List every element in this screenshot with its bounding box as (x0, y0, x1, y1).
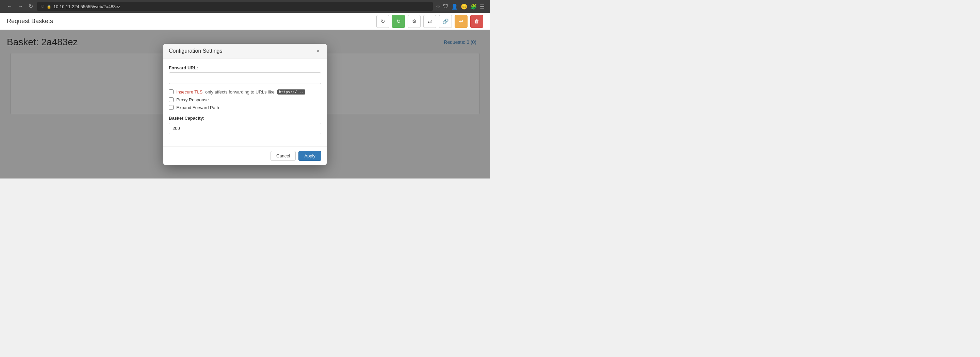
checkbox-group: Insecure TLS only affects forwarding to … (169, 89, 321, 110)
modal-title: Configuration Settings (169, 48, 222, 54)
expand-forward-path-checkbox[interactable] (169, 105, 173, 110)
basket-capacity-group: Basket Capacity: (169, 116, 321, 134)
insecure-tls-checkbox[interactable] (169, 89, 173, 94)
insecure-tls-suffix: only affects forwarding to URLs like (205, 89, 275, 95)
expand-forward-path-row: Expand Forward Path (169, 105, 321, 110)
basket-capacity-input[interactable] (169, 123, 321, 134)
main-content: Basket: 2a483ez Requests: 0 (0) This bas… (0, 30, 490, 179)
modal-footer: Cancel Apply (163, 146, 327, 165)
lock-icon: 🔒 (47, 5, 51, 9)
link-button[interactable]: 🔗 (439, 15, 452, 28)
refresh-green-button[interactable]: ↻ (392, 15, 405, 28)
insecure-tls-link[interactable]: Insecure TLS (176, 89, 202, 95)
shield-action-icon[interactable]: 🛡 (443, 3, 449, 10)
delete-button[interactable]: 🗑 (470, 15, 483, 28)
cancel-button[interactable]: Cancel (270, 151, 296, 161)
app-title: Request Baskets (7, 18, 374, 25)
basket-capacity-label: Basket Capacity: (169, 116, 321, 121)
modal-header: Configuration Settings × (163, 44, 327, 59)
modal-overlay: Configuration Settings × Forward URL: In… (0, 30, 490, 179)
forward-button[interactable]: → (16, 2, 24, 11)
forward-button-toolbar[interactable]: ↩ (455, 15, 468, 28)
app-toolbar: Request Baskets ↻ ↻ ⚙ ⇄ 🔗 ↩ 🗑 (0, 13, 490, 30)
forward-url-label: Forward URL: (169, 65, 321, 70)
expand-forward-path-label: Expand Forward Path (176, 105, 219, 110)
star-icon[interactable]: ☆ (436, 3, 440, 10)
modal-body: Forward URL: Insecure TLS only affects f… (163, 59, 327, 146)
address-bar[interactable]: 🛡 🔒 10.10.11.224:55555/web/2a483ez (37, 2, 433, 11)
proxy-response-label: Proxy Response (176, 97, 208, 102)
avatar-icon[interactable]: 👤 (451, 3, 458, 10)
back-button[interactable]: ← (5, 2, 14, 11)
proxy-response-row: Proxy Response (169, 97, 321, 102)
apply-button[interactable]: Apply (298, 151, 321, 161)
puzzle-icon[interactable]: 🧩 (470, 3, 477, 10)
menu-icon[interactable]: ☰ (480, 3, 485, 10)
avatar2-icon[interactable]: 😊 (461, 3, 468, 10)
reload-button[interactable]: ↻ (27, 2, 34, 11)
forward-url-group: Forward URL: (169, 65, 321, 84)
transfer-button[interactable]: ⇄ (423, 15, 436, 28)
proxy-response-checkbox[interactable] (169, 97, 173, 102)
insecure-tls-row: Insecure TLS only affects forwarding to … (169, 89, 321, 95)
forward-url-input[interactable] (169, 72, 321, 84)
shield-icon: 🛡 (40, 4, 45, 9)
settings-button[interactable]: ⚙ (408, 15, 421, 28)
https-badge: https://... (277, 89, 305, 95)
address-text: 10.10.11.224:55555/web/2a483ez (53, 4, 121, 9)
browser-chrome: ← → ↻ 🛡 🔒 10.10.11.224:55555/web/2a483ez… (0, 0, 490, 13)
modal-close-button[interactable]: × (315, 48, 321, 54)
refresh-button[interactable]: ↻ (376, 15, 389, 28)
modal: Configuration Settings × Forward URL: In… (163, 44, 327, 165)
browser-actions: ☆ 🛡 👤 😊 🧩 ☰ (436, 3, 485, 10)
